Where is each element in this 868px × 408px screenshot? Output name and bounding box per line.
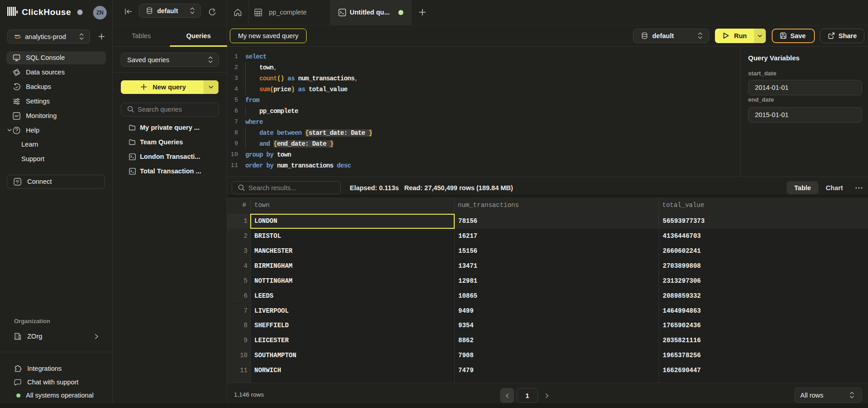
svg-text:aws: aws bbox=[15, 34, 20, 37]
